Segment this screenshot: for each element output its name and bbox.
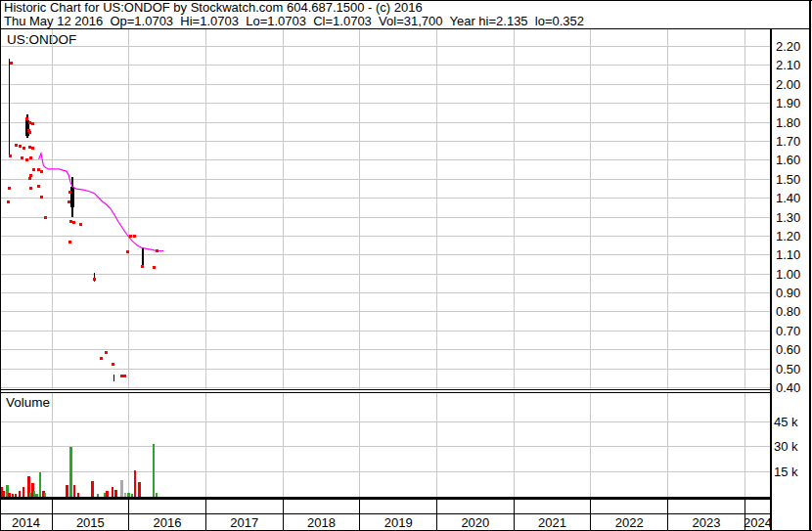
price-axis-label: 2.10 <box>776 58 800 72</box>
close-dot <box>100 357 103 360</box>
year-axis-label: 2024 <box>744 515 772 530</box>
volume-bar <box>39 472 42 497</box>
year-axis-label: 2014 <box>12 515 40 530</box>
high-low-bar-body <box>25 120 29 136</box>
volume-bar <box>3 491 6 496</box>
volume-axis-label: 30 k <box>774 439 798 454</box>
high-low-bar-body <box>70 187 74 207</box>
volume-axis-label: 15 k <box>774 465 798 479</box>
volume-bar <box>156 493 158 496</box>
volume-bar <box>127 493 130 496</box>
volume-bar <box>153 444 156 497</box>
close-dot <box>28 177 31 180</box>
volume-bar <box>69 447 72 497</box>
price-axis-label: 1.20 <box>776 229 800 243</box>
close-dot <box>68 241 71 243</box>
volume-bar <box>77 493 80 496</box>
year-axis-label: 2023 <box>692 515 720 530</box>
year-axis-label: 2018 <box>307 515 336 530</box>
close-dot <box>68 200 70 203</box>
price-axis-label: 1.30 <box>776 210 800 225</box>
price-axis-label: 1.00 <box>776 267 800 282</box>
price-axis-label: 0.60 <box>776 342 800 357</box>
close-dot <box>25 158 28 161</box>
close-dot <box>68 191 71 194</box>
close-dot <box>112 363 114 366</box>
close-dot <box>79 223 82 226</box>
price-axis-label: 0.50 <box>776 362 800 376</box>
close-dot <box>9 155 12 157</box>
close-dot <box>32 168 35 171</box>
close-dot <box>37 168 40 171</box>
volume-bar <box>35 494 38 497</box>
close-dot <box>28 131 31 134</box>
close-dot <box>25 117 28 120</box>
close-dot <box>29 156 32 159</box>
close-dot <box>37 185 40 188</box>
close-dot <box>133 235 136 238</box>
close-dot <box>31 122 34 125</box>
close-dot <box>8 187 11 190</box>
price-axis-label: 1.40 <box>776 191 800 205</box>
price-axis-label: 1.60 <box>776 153 800 167</box>
close-dot <box>10 62 13 65</box>
volume-bar <box>1 487 4 496</box>
year-axis-label: 2021 <box>538 515 566 530</box>
volume-bar <box>134 470 137 496</box>
close-dot <box>23 147 25 150</box>
year-axis-label: 2017 <box>230 515 258 530</box>
volume-bar <box>19 491 22 496</box>
volume-bar <box>66 485 68 497</box>
volume-bar <box>114 490 117 497</box>
price-axis-label: 2.20 <box>776 39 800 54</box>
price-axis-label: 1.80 <box>776 115 800 130</box>
price-axis-label: 1.90 <box>776 96 800 111</box>
close-dot <box>126 250 129 253</box>
close-dot <box>15 144 18 147</box>
volume-bar <box>44 493 47 496</box>
close-dot <box>40 170 43 173</box>
close-dot <box>19 145 22 148</box>
volume-bar <box>29 493 32 496</box>
high-low-bar <box>142 248 144 266</box>
close-dot <box>141 265 144 268</box>
price-axis-label: 0.70 <box>776 324 800 338</box>
price-axis-label: 1.70 <box>776 134 800 149</box>
volume-bar <box>112 487 114 496</box>
volume-bar <box>104 493 107 496</box>
price-axis-label: 1.50 <box>776 172 800 187</box>
close-dot <box>156 249 158 252</box>
volume-bar <box>6 485 9 497</box>
volume-bar <box>106 491 109 496</box>
volume-axis-label: 45 k <box>774 415 798 429</box>
price-axis-label: 0.40 <box>776 380 800 395</box>
high-low-bar <box>9 59 11 156</box>
close-dot <box>153 266 156 269</box>
price-axis-label: 0.80 <box>776 304 800 319</box>
close-dot <box>7 200 10 203</box>
volume-bar <box>15 494 18 497</box>
close-dot <box>29 174 32 177</box>
volume-bar <box>73 485 76 497</box>
close-dot <box>29 187 32 190</box>
close-dot <box>21 156 23 159</box>
volume-bar <box>91 481 94 496</box>
close-dot <box>40 196 43 199</box>
year-axis-label: 2015 <box>76 515 105 530</box>
close-dot <box>123 375 126 377</box>
stockwatch-chart-window: Historic Chart for US:ONDOF by Stockwatc… <box>0 0 812 531</box>
volume-bar <box>23 487 25 496</box>
year-axis-label: 2020 <box>461 515 489 530</box>
year-axis-label: 2016 <box>154 515 182 530</box>
volume-bar <box>97 494 100 497</box>
close-dot <box>44 216 47 219</box>
volume-bar <box>120 480 123 497</box>
volume-bar <box>33 491 36 496</box>
high-low-bar <box>113 375 115 382</box>
year-axis-label: 2022 <box>615 515 644 530</box>
year-axis-label: 2019 <box>384 515 413 530</box>
price-axis-label: 0.90 <box>776 286 800 300</box>
close-dot <box>105 351 108 354</box>
volume-bar <box>138 482 141 496</box>
close-dot <box>72 221 75 224</box>
